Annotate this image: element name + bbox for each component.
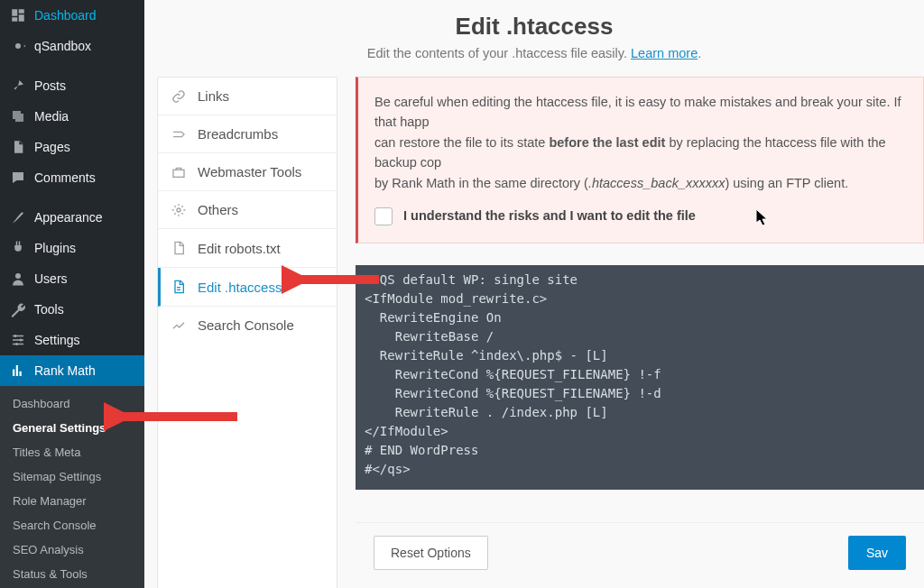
chart-icon bbox=[9, 363, 27, 379]
tab-webmaster-tools[interactable]: Webmaster Tools bbox=[158, 153, 337, 191]
rank-math-sub-role-manager[interactable]: Role Manager bbox=[0, 489, 144, 513]
media-icon bbox=[9, 108, 27, 124]
tab-others[interactable]: Others bbox=[158, 191, 337, 229]
tab-search-console[interactable]: Search Console bbox=[158, 307, 337, 344]
wp-menu-posts[interactable]: Posts bbox=[0, 70, 144, 101]
main-panel: Edit .htaccess Edit the contents of your… bbox=[144, 0, 924, 588]
crumb-icon bbox=[171, 127, 187, 142]
gear-icon bbox=[9, 38, 27, 54]
svg-point-2 bbox=[20, 339, 23, 342]
warning-alert: Be careful when editing the htaccess fil… bbox=[356, 77, 924, 243]
reset-options-button[interactable]: Reset Options bbox=[374, 536, 488, 570]
wp-menu-dashboard[interactable]: Dashboard bbox=[0, 0, 144, 31]
wp-menu-plugins[interactable]: Plugins bbox=[0, 233, 144, 263]
svg-point-5 bbox=[177, 208, 180, 212]
pin-icon bbox=[9, 78, 27, 94]
link-icon bbox=[171, 89, 187, 104]
rank-math-sub-titles-meta[interactable]: Titles & Meta bbox=[0, 440, 144, 464]
understand-risks-checkbox[interactable] bbox=[374, 207, 393, 225]
brush-icon bbox=[9, 209, 27, 225]
gear2-icon bbox=[171, 203, 187, 217]
wp-menu-comments[interactable]: Comments bbox=[0, 162, 144, 193]
save-button[interactable]: Sav bbox=[848, 536, 906, 570]
file-icon bbox=[171, 240, 187, 256]
tab-edit-htaccess[interactable]: Edit .htaccess bbox=[158, 268, 337, 307]
svg-point-1 bbox=[14, 335, 17, 337]
settings-tabs: LinksBreadcrumbsWebmaster ToolsOthersEdi… bbox=[157, 77, 337, 588]
rank-math-sub-status-tools[interactable]: Status & Tools bbox=[0, 562, 144, 586]
sliders-icon bbox=[9, 332, 27, 348]
rank-math-sub-dashboard[interactable]: Dashboard bbox=[0, 391, 144, 416]
svg-rect-4 bbox=[173, 170, 184, 177]
page-subtitle: Edit the contents of your .htaccess file… bbox=[144, 46, 924, 60]
rank-math-sub-sitemap-settings[interactable]: Sitemap Settings bbox=[0, 464, 144, 489]
wrench-icon bbox=[9, 301, 27, 317]
understand-risks-label: I understand the risks and I want to edi… bbox=[403, 206, 696, 225]
wp-menu-settings[interactable]: Settings bbox=[0, 325, 144, 355]
rank-math-sub-general-settings[interactable]: General Settings bbox=[0, 416, 144, 440]
user-icon bbox=[9, 271, 27, 287]
learn-more-link[interactable]: Learn more bbox=[631, 46, 698, 60]
rank-math-sub-search-console[interactable]: Search Console bbox=[0, 513, 144, 537]
svg-point-3 bbox=[15, 343, 18, 345]
tab-edit-robots-txt[interactable]: Edit robots.txt bbox=[158, 229, 337, 268]
svg-point-0 bbox=[15, 273, 21, 279]
page-icon bbox=[9, 139, 27, 155]
htaccess-panel: Be careful when editing the htaccess fil… bbox=[356, 77, 924, 588]
wp-menu-tools[interactable]: Tools bbox=[0, 294, 144, 325]
dashboard-icon bbox=[9, 7, 27, 23]
wp-admin-sidebar: DashboardqSandboxPostsMediaPagesComments… bbox=[0, 0, 144, 588]
file2-icon bbox=[171, 279, 187, 295]
wp-menu-users[interactable]: Users bbox=[0, 263, 144, 294]
graph-icon bbox=[171, 318, 187, 333]
wp-menu-rank-math[interactable]: Rank Math bbox=[0, 355, 144, 386]
wp-menu-appearance[interactable]: Appearance bbox=[0, 202, 144, 233]
htaccess-editor[interactable]: # QS default WP: single site <IfModule m… bbox=[356, 265, 924, 490]
wp-menu-qsandbox[interactable]: qSandbox bbox=[0, 31, 144, 61]
rank-math-submenu: DashboardGeneral SettingsTitles & MetaSi… bbox=[0, 386, 144, 588]
wp-menu-media[interactable]: Media bbox=[0, 101, 144, 132]
case-icon bbox=[171, 165, 187, 179]
plug-icon bbox=[9, 240, 27, 256]
tab-links[interactable]: Links bbox=[158, 78, 337, 115]
wp-menu-pages[interactable]: Pages bbox=[0, 132, 144, 162]
page-title: Edit .htaccess bbox=[144, 13, 924, 41]
rank-math-sub-seo-analysis[interactable]: SEO Analysis bbox=[0, 537, 144, 562]
tab-breadcrumbs[interactable]: Breadcrumbs bbox=[158, 115, 337, 153]
comment-icon bbox=[9, 170, 27, 186]
